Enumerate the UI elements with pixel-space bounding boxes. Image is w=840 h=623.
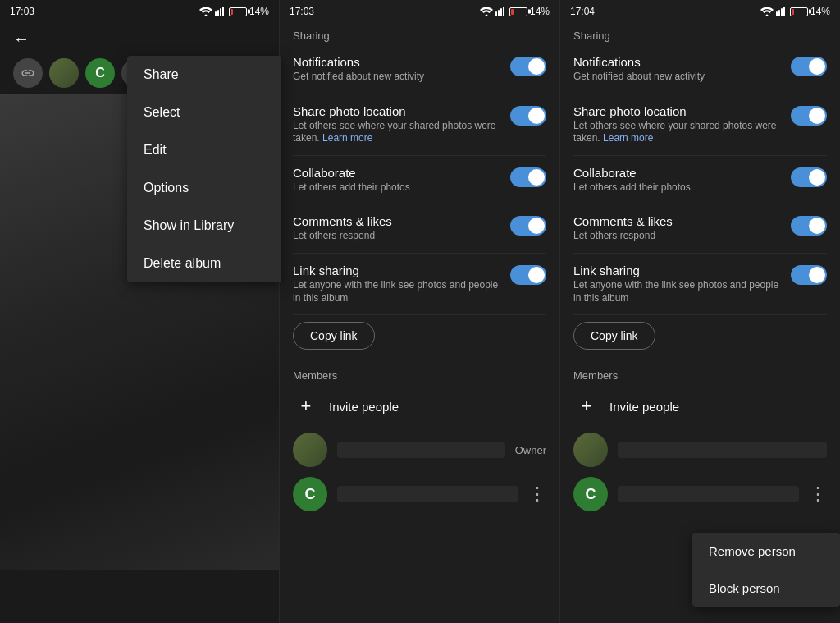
collaborate-toggle-1[interactable] (510, 167, 546, 187)
learn-more-link-2[interactable]: Learn more (603, 132, 653, 144)
member-row-initial-2: C ⋮ (573, 472, 827, 516)
member-more-button-2[interactable]: ⋮ (809, 483, 827, 505)
link-sharing-desc-2: Let anyone with the link see photos and … (573, 279, 781, 305)
svg-rect-14 (783, 7, 785, 16)
collaborate-desc-1: Let others add their photos (293, 181, 500, 195)
member-row-initial-1: C ⋮ (293, 472, 546, 516)
time-right: 17:04 (570, 6, 595, 17)
status-bar-mid: 17:03 14% (279, 0, 559, 23)
link-sharing-row-2: Link sharing Let anyone with the link se… (573, 254, 827, 315)
collaborate-desc-2: Let others add their photos (573, 181, 781, 195)
invite-row-1[interactable]: + Invite people (293, 385, 546, 428)
time-mid: 17:03 (290, 6, 314, 17)
notifications-row-1: Notifications Get notified about new act… (293, 45, 546, 94)
svg-rect-6 (495, 11, 497, 16)
svg-rect-3 (220, 8, 221, 16)
member-initial-avatar-1: C (293, 477, 327, 511)
left-panel: ← C + Add photos Share Select Edit Optio… (0, 23, 279, 623)
time-left: 17:03 (10, 6, 34, 17)
copy-link-button-1[interactable]: Copy link (293, 322, 375, 350)
member-owner-label-1: Owner (515, 444, 546, 456)
member-row-photo-2 (573, 428, 827, 472)
member-more-button-1[interactable]: ⋮ (528, 483, 546, 505)
sharing-section-label-2: Sharing (573, 23, 827, 45)
learn-more-link-1[interactable]: Learn more (322, 132, 372, 144)
member-name-placeholder-1 (337, 442, 505, 458)
svg-point-0 (204, 15, 207, 17)
svg-rect-8 (500, 8, 502, 16)
comments-row-1: Comments & likes Let others respond (293, 204, 546, 254)
context-menu-edit[interactable]: Edit (127, 131, 281, 169)
notifications-desc-2: Get notified about new activity (573, 71, 781, 84)
status-icons-left: 14% (199, 6, 269, 17)
user-avatar-initial: C (85, 58, 115, 88)
members-label-1: Members (293, 363, 546, 385)
invite-row-2[interactable]: + Invite people (573, 385, 827, 428)
comments-desc-1: Let others respond (293, 230, 500, 243)
status-bar-left: 17:03 14% (0, 0, 279, 23)
battery-right: 14% (810, 6, 830, 17)
link-sharing-desc-1: Let anyone with the link see photos and … (293, 279, 500, 305)
link-sharing-toggle-1[interactable] (510, 265, 546, 285)
svg-rect-4 (222, 7, 224, 16)
comments-toggle-2[interactable] (791, 216, 827, 236)
copy-link-button-2[interactable]: Copy link (573, 322, 655, 350)
context-menu-delete-album[interactable]: Delete album (127, 245, 281, 282)
location-title-2: Share photo location (573, 104, 781, 118)
members-label-2: Members (573, 363, 827, 385)
svg-rect-2 (217, 10, 219, 16)
notifications-row-2: Notifications Get notified about new act… (573, 45, 827, 94)
remove-person-item[interactable]: Remove person (692, 533, 840, 570)
context-menu-options[interactable]: Options (127, 169, 281, 207)
svg-rect-11 (776, 11, 778, 16)
member-row-photo-1: Owner (293, 428, 546, 472)
block-person-item[interactable]: Block person (692, 570, 840, 607)
notifications-desc-1: Get notified about new activity (293, 71, 500, 84)
collaborate-toggle-2[interactable] (791, 167, 827, 187)
comments-toggle-1[interactable] (510, 216, 546, 236)
invite-icon-2: + (573, 393, 600, 419)
location-desc-1: Let others see where your shared photos … (293, 120, 500, 145)
collaborate-row-1: Collaborate Let others add their photos (293, 156, 546, 205)
location-desc-2: Let others see where your shared photos … (573, 120, 781, 145)
user-avatar-photo (49, 58, 79, 88)
comments-row-2: Comments & likes Let others respond (573, 204, 827, 254)
location-row-2: Share photo location Let others see wher… (573, 94, 827, 156)
album-header: ← (0, 23, 279, 55)
back-icon[interactable]: ← (13, 30, 30, 48)
comments-desc-2: Let others respond (573, 230, 781, 243)
comments-title-1: Comments & likes (293, 214, 500, 228)
member-initial-avatar-2: C (573, 477, 608, 511)
notifications-title-1: Notifications (293, 55, 500, 69)
context-menu-select[interactable]: Select (127, 94, 281, 131)
location-row-1: Share photo location Let others see wher… (293, 94, 546, 156)
sharing-section-label-1: Sharing (293, 23, 546, 45)
location-toggle-1[interactable] (510, 106, 546, 126)
status-bar-right: 17:04 14% (559, 0, 840, 23)
notifications-toggle-2[interactable] (791, 57, 827, 76)
link-sharing-toggle-2[interactable] (791, 265, 827, 285)
member-name-placeholder-3 (618, 442, 827, 458)
comments-title-2: Comments & likes (573, 214, 781, 228)
member-avatar-1 (293, 433, 327, 467)
status-icons-right: 14% (760, 6, 830, 17)
invite-label-1: Invite people (329, 400, 399, 414)
member-name-placeholder-2 (337, 486, 518, 502)
collaborate-title-2: Collaborate (573, 166, 781, 180)
location-toggle-2[interactable] (791, 106, 827, 126)
svg-point-5 (485, 15, 487, 17)
status-icons-mid: 14% (480, 6, 550, 17)
invite-icon-1: + (293, 393, 319, 419)
context-menu-share[interactable]: Share (127, 56, 281, 94)
collaborate-row-2: Collaborate Let others add their photos (573, 156, 827, 205)
context-menu-show-library[interactable]: Show in Library (127, 207, 281, 245)
link-sharing-title-2: Link sharing (573, 263, 781, 277)
link-sharing-row-1: Link sharing Let anyone with the link se… (293, 254, 546, 315)
person-context-menu: Remove person Block person (692, 533, 840, 607)
notifications-toggle-1[interactable] (510, 57, 546, 76)
svg-rect-12 (778, 10, 780, 16)
svg-rect-7 (498, 10, 500, 16)
member-name-placeholder-4 (618, 486, 799, 502)
link-avatar[interactable] (13, 58, 43, 88)
sharing-panel-2: Sharing Notifications Get notified about… (559, 23, 840, 623)
